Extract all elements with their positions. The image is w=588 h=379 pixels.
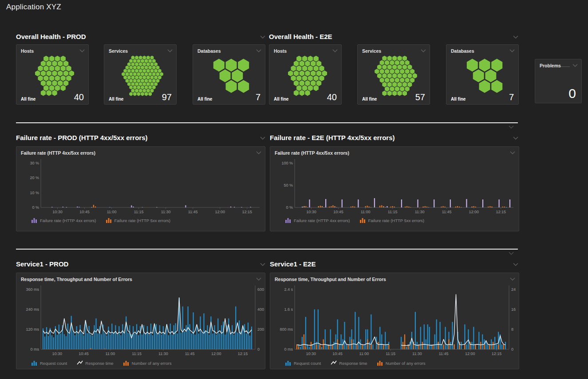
bar-series-icon xyxy=(106,218,112,223)
chart-tile-service_prod[interactable]: Response time, Throughput and Number of … xyxy=(16,273,265,369)
hexagon xyxy=(145,59,148,63)
health-status: All fine xyxy=(362,97,377,102)
hexagon xyxy=(152,66,156,70)
hexagon xyxy=(135,62,138,66)
hexagon xyxy=(407,82,412,87)
hexagon xyxy=(133,59,137,63)
hexagon xyxy=(491,80,502,93)
chart-legend: Failure rate (HTTP 4xx errors)Failure ra… xyxy=(285,218,424,223)
hexagon xyxy=(156,72,160,76)
chevron-down-icon[interactable] xyxy=(260,263,265,266)
section-title-failure-prod: Failure rate - PROD (HTTP 4xx/5xx errors… xyxy=(16,134,148,141)
hexagon xyxy=(66,66,71,71)
honeycomb-chart xyxy=(446,54,519,97)
legend-label: Failure rate (HTTP 4xx errors) xyxy=(40,218,96,223)
chevron-down-icon[interactable] xyxy=(509,252,514,255)
health-tile-title: Databases xyxy=(451,48,474,54)
hexagon xyxy=(152,59,156,63)
chevron-down-icon[interactable] xyxy=(167,49,173,52)
svg-text:600: 600 xyxy=(257,287,264,292)
chevron-down-icon[interactable] xyxy=(509,49,515,52)
chart-tile-failure_prod[interactable]: Failure rate (HTTP 4xx/5xx errors)30 %20… xyxy=(16,146,265,231)
hexagon xyxy=(38,66,43,71)
health-tile-prod-services[interactable]: ServicesAll fine97 xyxy=(104,44,177,105)
hexagon xyxy=(137,86,141,90)
hexagon xyxy=(141,79,144,83)
chevron-down-icon[interactable] xyxy=(260,35,265,39)
problems-count: 0 xyxy=(568,86,576,101)
hexagon xyxy=(43,75,49,81)
page-title: Application XYZ xyxy=(6,3,61,12)
chevron-down-icon[interactable] xyxy=(509,125,514,129)
health-tile-e2e-databases[interactable]: DatabasesAll fine7 xyxy=(446,44,519,105)
chevron-down-icon[interactable] xyxy=(572,64,578,67)
chevron-down-icon[interactable] xyxy=(332,49,338,52)
problems-tile[interactable]: Problems 0 xyxy=(535,59,582,103)
hexagon xyxy=(305,80,310,86)
hexagon xyxy=(395,69,399,74)
svg-text:11:15: 11:15 xyxy=(386,352,395,356)
chevron-down-icon[interactable] xyxy=(510,151,515,154)
hexagon xyxy=(58,80,63,86)
chevron-down-icon[interactable] xyxy=(510,277,515,281)
hexagon xyxy=(43,85,49,91)
chevron-down-icon[interactable] xyxy=(513,35,518,39)
hexagon xyxy=(319,66,324,71)
hexagon xyxy=(146,62,150,66)
hexagon xyxy=(405,78,410,83)
hexagon xyxy=(485,70,496,82)
chart-tile-service_e2e[interactable]: Response time, Throughput and Number of … xyxy=(270,273,519,369)
hexagon xyxy=(158,75,162,79)
hexagon xyxy=(300,80,305,86)
legend-item: Failure rate (HTTP 5xx errors) xyxy=(106,218,171,223)
hexagon xyxy=(390,78,394,83)
section-title-service1-e2e: Service1 - E2E xyxy=(270,260,316,268)
hexagon xyxy=(403,64,407,70)
chevron-down-icon[interactable] xyxy=(421,49,426,52)
hexagon xyxy=(142,82,146,86)
chart-tile-failure_e2e[interactable]: Failure rate (HTTP 4xx/5xx errors)100 %5… xyxy=(270,146,519,231)
hexagon xyxy=(313,66,319,71)
health-tile-e2e-services[interactable]: ServicesAll fine57 xyxy=(357,44,430,105)
health-tile-prod-hosts[interactable]: HostsAll fine40 xyxy=(16,44,89,105)
honeycomb xyxy=(35,56,74,96)
chart-title: Response time, Throughput and Number of … xyxy=(21,277,132,282)
chevron-down-icon[interactable] xyxy=(513,263,518,266)
health-status: All fine xyxy=(21,97,36,102)
hexagon xyxy=(313,75,319,81)
dashboard: Application XYZ Overall Health - PROD Ov… xyxy=(0,0,588,379)
hexagon xyxy=(133,79,137,83)
legend-label: Response time xyxy=(339,361,367,366)
chevron-down-icon[interactable] xyxy=(256,151,261,154)
section-title-service1-prod: Service1 - PROD xyxy=(16,260,68,268)
chevron-down-icon[interactable] xyxy=(260,137,265,140)
svg-text:11:45: 11:45 xyxy=(185,352,195,356)
chevron-down-icon[interactable] xyxy=(256,277,261,281)
hexagon xyxy=(308,56,313,62)
health-tile-prod-databases[interactable]: DatabasesAll fine7 xyxy=(193,44,265,105)
hexagon xyxy=(137,59,141,63)
hexagon xyxy=(145,86,148,90)
legend-item: Request count xyxy=(285,360,321,366)
hexagon xyxy=(139,69,142,73)
chevron-down-icon[interactable] xyxy=(513,137,518,140)
chart-title: Failure rate (HTTP 4xx/5xx errors) xyxy=(21,150,95,156)
hexagon xyxy=(58,70,63,76)
health-tile-title: Services xyxy=(362,48,381,54)
hexagon xyxy=(58,61,63,66)
hexagon xyxy=(141,86,144,90)
hexagon xyxy=(377,64,382,70)
chart-service_prod: 360 ms240 ms120 ms0 ms600400200010:3010:… xyxy=(16,273,266,370)
chevron-down-icon[interactable] xyxy=(79,49,85,52)
hexagon xyxy=(390,86,394,92)
line-series-icon xyxy=(77,360,83,366)
chevron-down-icon[interactable] xyxy=(256,49,261,52)
svg-text:0 %: 0 % xyxy=(286,205,293,210)
hexagon xyxy=(467,59,478,72)
health-tile-e2e-hosts[interactable]: HostsAll fine40 xyxy=(269,44,342,105)
svg-text:30 %: 30 % xyxy=(30,161,39,165)
chart-legend: Failure rate (HTTP 4xx errors)Failure ra… xyxy=(32,218,170,223)
hexagon xyxy=(150,82,154,86)
hexagon xyxy=(226,59,237,72)
hexagon xyxy=(154,75,158,79)
